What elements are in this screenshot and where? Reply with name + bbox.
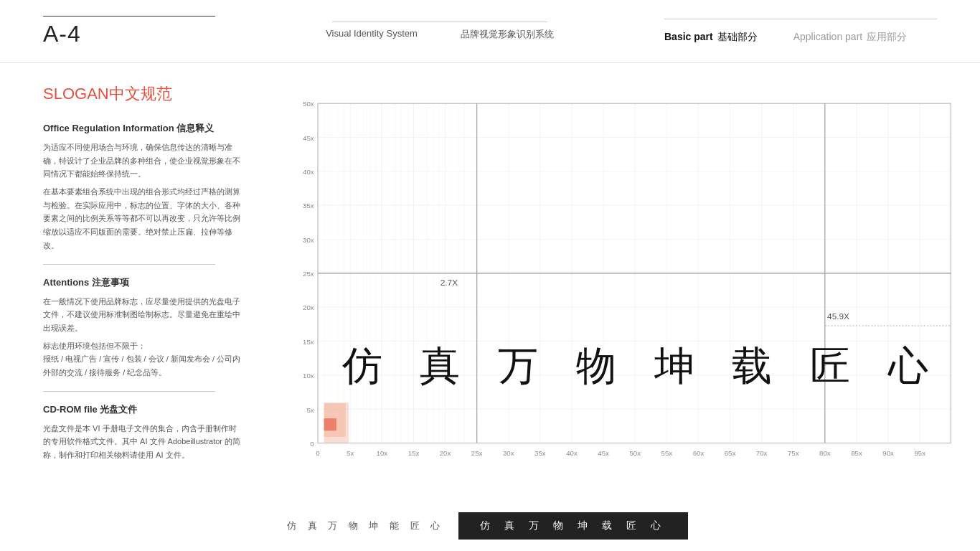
svg-text:55x: 55x	[661, 449, 673, 457]
center-rule	[332, 22, 547, 22]
slogan-display: 仿 真 万 物 坤 能 匠 心 仿 真 万 物 坤 载 匠 心	[287, 508, 958, 544]
svg-text:20x: 20x	[303, 304, 314, 312]
svg-text:65x: 65x	[725, 449, 736, 457]
svg-text:40x: 40x	[303, 168, 314, 176]
office-text2: 在基本要素组合系统中出现的组合形式均经过严格的测算与检验。在实际应用中，标志的位…	[43, 185, 244, 252]
header-right: Basic part 基础部分 Application part 应用部分	[664, 19, 937, 44]
svg-text:50x: 50x	[303, 100, 314, 108]
svg-text:15x: 15x	[303, 338, 314, 346]
svg-text:25x: 25x	[303, 270, 314, 278]
svg-text:45x: 45x	[303, 134, 314, 142]
svg-text:40x: 40x	[566, 449, 578, 457]
svg-text:50x: 50x	[629, 449, 641, 457]
page-id: A-4	[43, 21, 215, 47]
right-rule	[664, 19, 937, 19]
cdrom-section: CD-ROM file 光盘文件 光盘文件是本 VI 手册电子文件的集合，内含手…	[43, 391, 244, 462]
svg-text:0: 0	[316, 449, 319, 457]
svg-text:5x: 5x	[306, 406, 314, 414]
cdrom-divider	[43, 391, 215, 392]
left-panel: SLOGAN中文规范 Office Regulation Information…	[0, 63, 273, 551]
slogan-title: SLOGAN中文规范	[43, 83, 244, 105]
svg-text:85x: 85x	[851, 449, 862, 457]
svg-text:95x: 95x	[914, 449, 925, 457]
annotation-2-7x: 2.7X	[440, 278, 458, 288]
office-title: Office Regulation Information 信息释义	[43, 122, 244, 135]
app-part-en: Application part	[793, 31, 863, 42]
svg-text:30x: 30x	[503, 449, 514, 457]
attentions-text2: 标志使用环境包括但不限于：	[43, 339, 244, 353]
right-panel: 2.7X 45.9X 仿 真 万 物 坤 载 匠 心 50x 45x 40x 3…	[273, 63, 980, 551]
cdrom-title: CD-ROM file 光盘文件	[43, 403, 244, 416]
chart-area: 2.7X 45.9X 仿 真 万 物 坤 载 匠 心 50x 45x 40x 3…	[287, 70, 958, 499]
svg-text:5x: 5x	[347, 449, 354, 457]
svg-text:35x: 35x	[303, 202, 314, 209]
annotation-45-9x: 45.9X	[827, 311, 849, 321]
vis-label: Visual Identity System	[326, 28, 418, 41]
basic-part-cn: 基础部分	[717, 31, 758, 44]
header-center: Visual Identity System 品牌视觉形象识别系统	[326, 22, 554, 41]
svg-text:35x: 35x	[534, 449, 546, 457]
svg-text:45x: 45x	[598, 449, 609, 457]
svg-text:70x: 70x	[756, 449, 768, 457]
slogan-dark: 仿 真 万 物 坤 载 匠 心	[458, 512, 687, 540]
parts-labels: Basic part 基础部分 Application part 应用部分	[664, 31, 907, 44]
header-left: A-4	[43, 16, 215, 47]
svg-text:15x: 15x	[408, 449, 420, 457]
office-text1: 为适应不同使用场合与环境，确保信息传达的清晰与准确，特设计了企业品牌的多种组合，…	[43, 141, 244, 181]
slogan-light: 仿 真 万 物 坤 能 匠 心	[287, 519, 444, 532]
cdrom-text: 光盘文件是本 VI 手册电子文件的集合，内含手册制作时的专用软件格式文件。其中 …	[43, 422, 244, 462]
slogan-title-prefix: SLOGAN	[43, 85, 109, 103]
basic-part-en: Basic part	[664, 31, 713, 42]
attentions-text3: 报纸 / 电视广告 / 宣传 / 包装 / 会议 / 新闻发布会 / 公司内外部…	[43, 352, 244, 379]
header-rule	[43, 16, 215, 17]
attentions-divider	[43, 264, 215, 265]
cn-label: 品牌视觉形象识别系统	[461, 28, 554, 41]
svg-text:75x: 75x	[788, 449, 799, 457]
attentions-section: Attentions 注意事项 在一般情况下使用品牌标志，应尽量使用提供的光盘电…	[43, 264, 244, 380]
header-center-labels: Visual Identity System 品牌视觉形象识别系统	[326, 28, 554, 41]
svg-text:25x: 25x	[471, 449, 483, 457]
svg-text:80x: 80x	[819, 449, 831, 457]
slogan-large-text: 仿 真 万 物 坤 载 匠 心	[341, 344, 942, 388]
attentions-text1: 在一般情况下使用品牌标志，应尽量使用提供的光盘电子文件，不建议使用标准制图绘制标…	[43, 295, 244, 335]
attentions-title: Attentions 注意事项	[43, 276, 244, 289]
svg-text:0: 0	[310, 440, 314, 448]
slogan-title-suffix: 中文规范	[109, 85, 172, 103]
page-header: A-4 Visual Identity System 品牌视觉形象识别系统 Ba…	[0, 0, 980, 63]
svg-rect-56	[324, 403, 346, 437]
app-part-cn: 应用部分	[867, 31, 907, 44]
svg-text:10x: 10x	[303, 372, 314, 380]
chart-svg: 2.7X 45.9X 仿 真 万 物 坤 载 匠 心 50x 45x 40x 3…	[287, 70, 958, 499]
svg-text:90x: 90x	[882, 449, 894, 457]
svg-text:10x: 10x	[377, 449, 388, 457]
svg-text:60x: 60x	[693, 449, 705, 457]
svg-text:30x: 30x	[303, 236, 314, 244]
main-content: SLOGAN中文规范 Office Regulation Information…	[0, 63, 980, 551]
svg-text:20x: 20x	[440, 449, 451, 457]
